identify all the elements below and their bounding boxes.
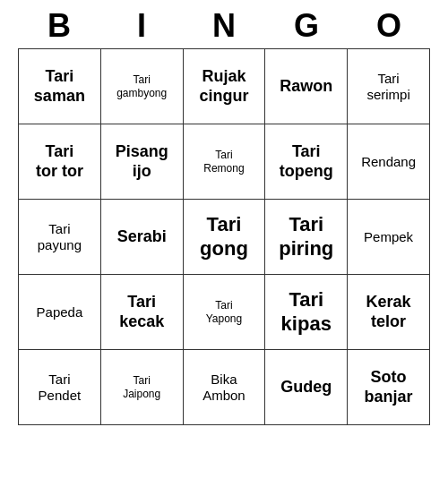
letter-o: O — [353, 7, 425, 45]
bingo-grid: TarisamanTarigambyongRujakcingurRawonTar… — [18, 48, 430, 425]
cell-r4-c2: BikaAmbon — [183, 350, 265, 425]
cell-r1-c0: Taritor tor — [19, 124, 101, 200]
cell-r0-c4: Tariserimpi — [348, 49, 430, 124]
cell-r0-c1: Tarigambyong — [100, 49, 183, 124]
cell-r4-c1: TariJaipong — [100, 350, 183, 425]
cell-r3-c1: Tarikecak — [100, 275, 183, 350]
bingo-title: B I N G O — [18, 0, 430, 48]
cell-r3-c0: Papeda — [19, 275, 101, 350]
cell-r4-c3: Gudeg — [265, 350, 348, 425]
cell-r2-c4: Pempek — [348, 200, 430, 275]
cell-r2-c2: Tarigong — [183, 200, 265, 275]
cell-r1-c1: Pisangijo — [100, 124, 183, 200]
cell-r4-c4: Sotobanjar — [348, 350, 430, 425]
letter-g: G — [271, 7, 342, 45]
cell-r2-c1: Serabi — [100, 200, 183, 275]
letter-i: I — [106, 7, 177, 45]
letter-b: B — [23, 7, 95, 45]
cell-r4-c0: TariPendet — [19, 350, 101, 425]
cell-r1-c2: TariRemong — [183, 124, 265, 200]
cell-r3-c4: Keraktelor — [348, 275, 430, 350]
cell-r1-c4: Rendang — [348, 124, 430, 200]
cell-r3-c3: Tarikipas — [265, 275, 348, 350]
cell-r0-c3: Rawon — [265, 49, 348, 124]
letter-n: N — [188, 7, 260, 45]
cell-r1-c3: Taritopeng — [265, 124, 348, 200]
cell-r2-c0: Taripayung — [19, 200, 101, 275]
cell-r3-c2: TariYapong — [183, 275, 265, 350]
cell-r0-c0: Tarisaman — [19, 49, 101, 124]
cell-r0-c2: Rujakcingur — [183, 49, 265, 124]
cell-r2-c3: Taripiring — [265, 200, 348, 275]
